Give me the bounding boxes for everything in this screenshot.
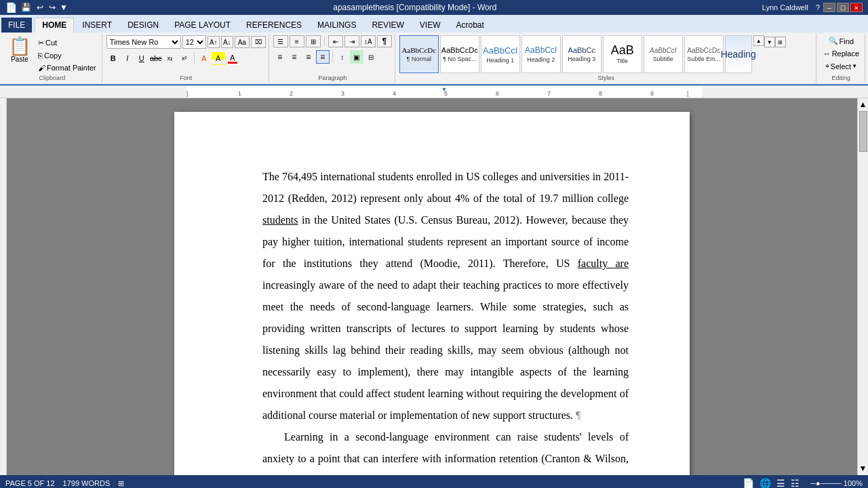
paragraph-label: Paragraph (273, 75, 392, 81)
status-left: PAGE 5 OF 12 1799 WORDS ⊞ (5, 479, 124, 488)
align-left-button[interactable]: ≡ (273, 50, 287, 64)
justify-button[interactable]: ≡ (316, 50, 330, 64)
borders-button[interactable]: ⊟ (364, 50, 378, 64)
style-subtitle[interactable]: AaBbCcI Subtitle (644, 35, 683, 73)
tab-review[interactable]: REVIEW (364, 18, 411, 33)
paragraph-2: Learning in a second-language environmen… (262, 426, 629, 475)
style-heading3[interactable]: AaBbCc Heading 3 (562, 35, 601, 73)
tab-insert[interactable]: INSERT (75, 18, 119, 33)
superscript-button[interactable]: x² (178, 52, 191, 65)
subscript-button[interactable]: x₂ (163, 52, 177, 65)
style-no-spacing-label: ¶ No Spac... (443, 56, 476, 62)
scroll-down-button[interactable]: ▼ (859, 464, 867, 475)
quick-access-redo[interactable]: ↪ (49, 3, 56, 12)
styles-label: Styles (399, 75, 813, 81)
font-name-select[interactable]: Times New Ro (106, 35, 181, 49)
page-indicator: PAGE 5 OF 12 (5, 479, 55, 487)
document-page[interactable]: The 764,495 international students enrol… (174, 112, 690, 475)
paragraph-row1: ☰ ≡ ⊞ ⇤ ⇥ ↕A ¶ (273, 35, 392, 47)
tab-home[interactable]: HOME (35, 18, 74, 33)
style-heading2-preview: AaBbCcI (525, 45, 557, 55)
select-button[interactable]: ⌖ Select ▼ (823, 60, 861, 72)
document-page-area[interactable]: The 764,495 international students enrol… (7, 98, 857, 475)
tab-acrobat[interactable]: Acrobat (448, 18, 491, 33)
show-formatting-button[interactable]: ¶ (377, 35, 392, 47)
word-icon: 📄 (5, 2, 17, 13)
decrease-indent-button[interactable]: ⇤ (328, 35, 343, 47)
underline-faculty: faculty are (578, 258, 629, 269)
help-icon[interactable]: ? (816, 3, 820, 12)
styles-scroll-down[interactable]: ▼ (764, 37, 775, 47)
style-title[interactable]: AaB Title (603, 35, 642, 73)
view-draft-button[interactable]: ☷ (791, 478, 800, 488)
multilevel-list-button[interactable]: ⊞ (306, 35, 321, 47)
scroll-left-margin (0, 98, 7, 475)
view-print-button[interactable]: 📄 (743, 478, 754, 488)
format-painter-button[interactable]: 🖌 Format Painter (35, 62, 99, 73)
clear-formatting-button[interactable]: ⌧ (251, 36, 266, 48)
tab-mailings[interactable]: MAILINGS (310, 18, 363, 33)
layout-icon[interactable]: ⊞ (118, 479, 124, 488)
view-web-button[interactable]: 🌐 (760, 478, 771, 488)
zoom-slider[interactable]: ─●──── 100% (810, 479, 863, 487)
cut-button[interactable]: ✂ Cut (35, 37, 99, 49)
minimize-button[interactable]: ─ (823, 3, 835, 12)
style-heading2[interactable]: AaBbCcI Heading 2 (521, 35, 561, 73)
sort-button[interactable]: ↕A (361, 35, 376, 47)
clipboard-group: 📋 Paste ✂ Cut ⎘ Copy 🖌 (3, 34, 102, 83)
decrease-font-button[interactable]: A↓ (221, 36, 233, 48)
bold-button[interactable]: B (106, 52, 120, 65)
editing-label: Editing (821, 75, 862, 81)
underline-button[interactable]: U (135, 52, 149, 65)
numbering-button[interactable]: ≡ (290, 35, 304, 47)
ribbon-tabs: FILE HOME INSERT DESIGN PAGE LAYOUT REFE… (0, 15, 868, 33)
restore-button[interactable]: ☐ (837, 3, 849, 12)
font-content: Times New Ro 12 A↑ A↓ Aa ⌧ B I U abc x₂ (106, 35, 266, 73)
status-right: 📄 🌐 ☰ ☷ ─●──── 100% (743, 478, 863, 488)
increase-indent-button[interactable]: ⇥ (344, 35, 359, 47)
replace-button[interactable]: ↔ Replace (821, 48, 862, 59)
style-heading3-label: Heading 3 (568, 56, 595, 62)
tab-page-layout[interactable]: PAGE LAYOUT (167, 18, 238, 33)
increase-font-button[interactable]: A↑ (208, 36, 220, 48)
tab-file[interactable]: FILE (1, 18, 32, 33)
find-button[interactable]: 🔍 Find (826, 35, 856, 47)
replace-icon: ↔ (823, 49, 831, 58)
text-effect-button[interactable]: A (197, 52, 211, 65)
tab-references[interactable]: REFERENCES (239, 18, 309, 33)
tab-view[interactable]: VIEW (412, 18, 448, 33)
shading-button[interactable]: ▣ (350, 50, 363, 64)
style-no-spacing[interactable]: AaBbCcDc ¶ No Spac... (440, 35, 479, 73)
close-button[interactable]: ✕ (850, 3, 863, 12)
quick-access-undo[interactable]: ↩ (37, 3, 43, 12)
style-normal[interactable]: AaBbCcDc ¶ Normal (399, 35, 439, 73)
quick-access-save[interactable]: 💾 (21, 3, 31, 12)
styles-more[interactable]: ⊞ (775, 37, 786, 47)
tab-design[interactable]: DESIGN (120, 18, 166, 33)
italic-button[interactable]: I (121, 52, 134, 65)
view-outline-button[interactable]: ☰ (776, 478, 785, 488)
change-case-button[interactable]: Aa (235, 36, 250, 48)
styles-scroll-up[interactable]: ▲ (753, 35, 764, 46)
font-size-select[interactable]: 12 (182, 35, 206, 49)
scroll-right[interactable]: ▲ ▼ (857, 98, 868, 475)
align-right-button[interactable]: ≡ (302, 50, 315, 64)
paste-button[interactable]: 📋 Paste (5, 36, 34, 73)
style-heading1-label: Heading 1 (486, 57, 514, 64)
font-color-button[interactable]: A (226, 52, 239, 65)
style-subtle-em[interactable]: AaBbCcDc Subtle Em... (684, 35, 724, 73)
document-area: The 764,495 international students enrol… (0, 98, 868, 475)
copy-icon: ⎘ (38, 52, 43, 60)
line-spacing-button[interactable]: ↕ (336, 50, 349, 64)
scroll-up-button[interactable]: ▲ (859, 100, 867, 110)
copy-button[interactable]: ⎘ Copy (35, 50, 99, 61)
align-center-button[interactable]: ≡ (288, 50, 301, 64)
scroll-thumb[interactable] (859, 111, 867, 152)
quick-access-more[interactable]: ▼ (60, 3, 68, 12)
style-heading-big[interactable]: Heading (725, 35, 752, 73)
bullets-button[interactable]: ☰ (273, 35, 288, 47)
clipboard-content: 📋 Paste ✂ Cut ⎘ Copy 🖌 (5, 35, 99, 73)
text-highlight-button[interactable]: A (212, 52, 225, 65)
style-heading1[interactable]: AaBbCcI Heading 1 (481, 35, 520, 73)
strikethrough-button[interactable]: abc (149, 52, 163, 65)
